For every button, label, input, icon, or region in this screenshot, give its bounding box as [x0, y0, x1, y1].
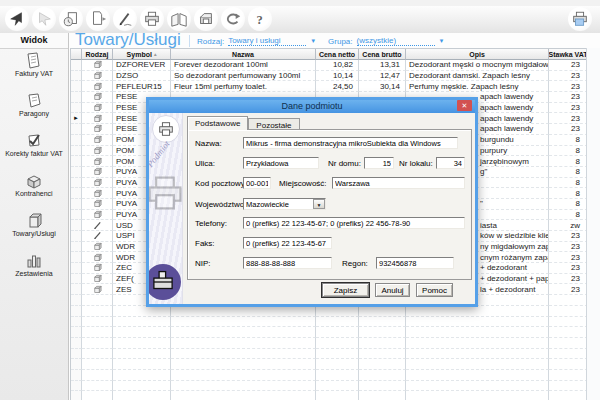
row-marker [71, 242, 82, 253]
cell-cena-brutto: 12,47 [359, 71, 406, 82]
sidebar-item-receipt[interactable]: Paragony [0, 89, 68, 129]
empty-cell [359, 306, 406, 317]
faks-input[interactable] [243, 237, 332, 249]
history-icon[interactable] [59, 7, 83, 31]
cell-stawka-vat: 8 [549, 135, 587, 146]
empty-cell [406, 317, 549, 328]
nr-lokalu-input[interactable] [436, 157, 465, 169]
grupa-filter-dropdown[interactable]: (wszystkie) [357, 36, 435, 46]
kod-pocztowy-input[interactable] [243, 177, 271, 189]
empty-cell [171, 338, 316, 349]
nip-label: NIP: [195, 257, 211, 270]
sidebar-item-goods[interactable]: Towary/Usługi [0, 209, 68, 249]
zapisz-button[interactable]: Zapisz [322, 283, 369, 297]
nip-input[interactable] [243, 257, 332, 269]
anuluj-button[interactable]: Anuluj [375, 283, 410, 297]
receipt-icon [0, 91, 68, 111]
sidebar-item-correction[interactable]: Korekty faktur VAT [0, 129, 68, 169]
empty-cell [82, 359, 113, 370]
table-row-empty [71, 317, 587, 328]
row-marker [71, 146, 82, 157]
empty-cell [82, 327, 113, 338]
kod-pocztowy-label: Kod pocztowy: [195, 177, 247, 190]
empty-cell [316, 349, 359, 360]
sidebar-item-reports[interactable]: Zestawienia [0, 249, 68, 289]
rodzaj-filter-dropdown[interactable]: Towary i usługi [228, 36, 306, 46]
sidebar-item-contractors[interactable]: Kontrahenci [0, 169, 68, 209]
package-icon [82, 210, 113, 221]
empty-cell [71, 391, 82, 400]
tab-podstawowe[interactable]: Podstawowe [187, 116, 248, 130]
empty-cell [171, 349, 316, 360]
cell-stawka-vat: zw [549, 220, 587, 231]
dialog-tabs: Podstawowe Pozostałe [187, 116, 300, 130]
chevron-down-icon[interactable]: ▼ [310, 38, 316, 44]
table-row[interactable]: DZFOREVERForever dezodorant 100ml10,8213… [71, 60, 587, 71]
nav-back-icon[interactable] [5, 7, 29, 31]
column-header-nazwa[interactable]: Nazwa [171, 49, 316, 60]
ulica-input[interactable] [243, 157, 319, 169]
watermark-label: Podmiot [149, 139, 172, 169]
nazwa-input[interactable] [243, 137, 458, 149]
print-icon[interactable] [140, 7, 164, 31]
cell-opis: Dezodorant damski. Zapach leśny [406, 71, 549, 82]
cell-stawka-vat: 8 [549, 188, 587, 199]
nav-forward-icon[interactable] [32, 7, 56, 31]
column-header-opis[interactable]: Opis [406, 49, 549, 60]
row-marker [71, 124, 82, 135]
quick-print-icon[interactable] [568, 7, 592, 31]
close-icon[interactable]: ✕ [457, 100, 472, 111]
column-header-rodzaj[interactable]: Rodzaj [82, 49, 113, 60]
sidebar-item-invoice[interactable]: Faktury VAT [0, 49, 68, 89]
column-header-symbol[interactable]: Symbol▴ [113, 49, 171, 60]
cell-stawka-vat: 23 [549, 113, 587, 124]
refresh-icon[interactable] [221, 7, 245, 31]
vertical-scrollbar[interactable] [586, 48, 600, 400]
wojewodztwo-label: Województwo: [195, 198, 246, 211]
open-document-icon[interactable] [167, 7, 191, 31]
package-icon [82, 113, 113, 124]
cell-cena-brutto: 30,14 [359, 81, 406, 92]
column-header-cena-netto[interactable]: Cena netto [316, 49, 359, 60]
row-marker [71, 135, 82, 146]
empty-cell [113, 317, 171, 328]
table-row-empty [71, 359, 587, 370]
empty-cell [359, 349, 406, 360]
column-header-cena-brutto[interactable]: Cena brutto [359, 49, 406, 60]
dialog-titlebar[interactable]: Dane podmiotu ✕ [149, 100, 475, 113]
package-icon [82, 178, 113, 189]
nr-domu-input[interactable] [364, 157, 394, 169]
chevron-down-icon[interactable]: ▼ [313, 199, 325, 209]
export-print-icon[interactable] [194, 7, 218, 31]
miejscowosc-label: Miejscowość: [279, 177, 327, 190]
empty-cell [406, 381, 549, 392]
regon-input[interactable] [376, 257, 454, 269]
empty-cell [359, 359, 406, 370]
table-row[interactable]: PEFLEUR15Fleur 15ml perfumy toalet.24,50… [71, 81, 587, 92]
filters: Rodzaj: Towary i usługi ▼ Grupa: (wszyst… [189, 35, 453, 47]
main-titlebar: Towary/Usługi Rodzaj: Towary i usługi ▼ … [69, 33, 600, 48]
table-row[interactable]: DZSOSo dezodorant perfumowany 100ml10,14… [71, 71, 587, 82]
cell-nazwa: Fleur 15ml perfumy toalet. [171, 81, 316, 92]
empty-cell [113, 349, 171, 360]
edit-pen-icon[interactable] [113, 7, 137, 31]
cell-stawka-vat: 23 [549, 92, 587, 103]
package-icon [82, 60, 113, 71]
cell-stawka-vat: 23 [549, 60, 587, 71]
cell-stawka-vat: 8 [549, 156, 587, 167]
help-icon[interactable]: ? [248, 7, 272, 31]
empty-cell [82, 306, 113, 317]
dialog-watermark: Podmiot [149, 113, 183, 304]
column-header-stawka-vat[interactable]: Stawka VAT [549, 49, 587, 60]
telefony-input[interactable] [243, 217, 465, 229]
chevron-down-icon[interactable]: ▼ [439, 38, 445, 44]
new-document-icon[interactable] [86, 7, 110, 31]
sidebar-item-label: Zestawienia [0, 270, 68, 277]
cell-symbol: DZFOREVER [113, 60, 171, 71]
printer-circle-icon [149, 264, 181, 300]
empty-cell [359, 381, 406, 392]
service-icon [82, 220, 113, 231]
pomoc-button[interactable]: Pomoc [416, 283, 453, 297]
table-row-empty [71, 381, 587, 392]
miejscowosc-input[interactable] [332, 177, 465, 189]
